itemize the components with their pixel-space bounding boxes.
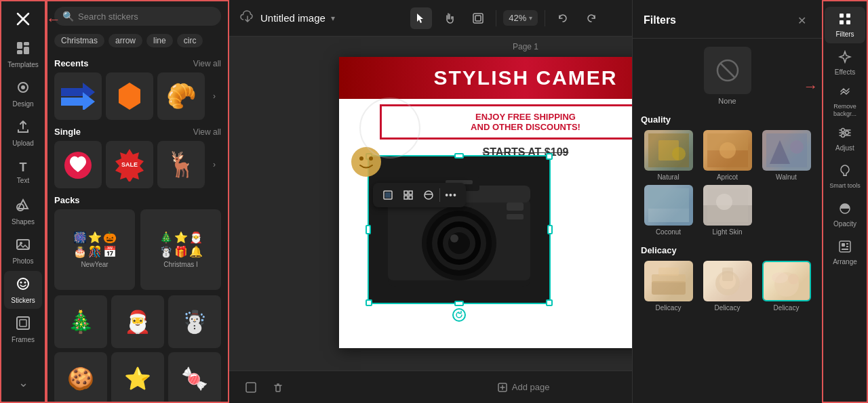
svg-rect-72 <box>648 209 689 222</box>
sidebar-item-upload[interactable]: Upload <box>4 114 42 152</box>
filter-delicacy3[interactable]: Delicacy <box>759 261 814 312</box>
more-options-btn[interactable]: ••• <box>441 186 460 205</box>
handle-br[interactable] <box>546 299 553 306</box>
filter-walnut[interactable]: Walnut <box>759 130 814 181</box>
cloud-save-icon <box>240 9 255 27</box>
right-opacity-btn[interactable]: Opacity <box>825 196 865 233</box>
rotate-handle[interactable] <box>452 308 466 322</box>
packs-header: Packs <box>54 195 221 205</box>
handle-tr[interactable] <box>546 153 553 160</box>
svg-point-12 <box>20 281 22 283</box>
sidebar-item-text[interactable]: T Text <box>4 153 42 191</box>
filters-scroll[interactable]: None Quality <box>633 39 822 403</box>
sticker-santa[interactable]: 🎅 <box>111 295 164 348</box>
svg-rect-49 <box>409 196 412 199</box>
packs-grid: 🎆⭐🎃 🎂🎊📅 NewYear 🎄⭐🎅 ☃️🎁🔔 Christmas I <box>54 209 221 290</box>
undo-btn[interactable] <box>552 7 574 29</box>
sticker-christmas-tree[interactable]: 🎄 <box>54 295 107 348</box>
add-page-btn[interactable]: Add page <box>490 378 557 397</box>
mask-btn[interactable] <box>419 186 438 205</box>
more-tools-btn[interactable]: ⌄ <box>4 364 42 402</box>
svg-rect-87 <box>846 20 850 24</box>
svg-rect-5 <box>17 50 22 54</box>
crop-btn[interactable] <box>378 186 397 205</box>
handle-bl[interactable] <box>366 299 372 306</box>
filter-none-label: None <box>718 97 736 105</box>
packs-title: Packs <box>54 195 80 205</box>
filter-delicacy1[interactable]: Delicacy <box>641 261 696 312</box>
filter-apricot[interactable]: Apricot <box>700 130 755 181</box>
sticker-snowman[interactable]: ☃️ <box>168 295 221 348</box>
sidebar-item-photos[interactable]: Photos <box>4 232 42 270</box>
handle-mr[interactable] <box>547 225 553 234</box>
grid-btn[interactable] <box>399 186 418 205</box>
tag-circle[interactable]: circ <box>177 34 203 47</box>
toolbar-divider <box>496 10 496 26</box>
handle-ml[interactable] <box>366 225 371 234</box>
svg-rect-4 <box>24 47 29 54</box>
right-sidebar: Filters Effects Remove backgr... <box>822 0 868 403</box>
svg-point-68 <box>719 142 736 158</box>
svg-rect-23 <box>475 16 481 21</box>
tag-christmas[interactable]: Christmas <box>54 34 104 47</box>
sidebar-item-design[interactable]: Design <box>4 75 42 112</box>
removebg-icon <box>838 85 852 102</box>
sticker-reindeer[interactable]: 🦌 <box>157 141 205 188</box>
tag-line[interactable]: line <box>146 34 173 47</box>
right-removebg-btn[interactable]: Remove backgr... <box>825 83 865 119</box>
single-scroll-right[interactable]: › <box>208 158 221 171</box>
handle-mt[interactable] <box>454 153 464 158</box>
recents-view-all[interactable]: View all <box>193 59 221 68</box>
sticker-candy[interactable]: 🍬 <box>168 352 221 402</box>
filter-none-btn[interactable]: None <box>704 47 751 105</box>
pack-newyear[interactable]: 🎆⭐🎃 🎂🎊📅 NewYear <box>54 209 135 290</box>
sidebar-item-shapes[interactable]: Shapes <box>4 192 42 230</box>
sidebar-item-stickers[interactable]: Stickers <box>4 271 42 309</box>
sticker-sale[interactable]: SALE <box>106 141 153 188</box>
frame-tool-btn[interactable] <box>467 7 489 29</box>
recents-title: Recents <box>54 58 89 68</box>
pack-christmas[interactable]: 🎄⭐🎅 ☃️🎁🔔 Christmas I <box>140 209 221 290</box>
search-input[interactable] <box>78 12 213 22</box>
svg-rect-97 <box>842 243 845 247</box>
svg-point-93 <box>842 134 845 137</box>
zoom-control[interactable]: 42% ▾ <box>503 10 538 26</box>
hand-tool-btn[interactable] <box>439 7 460 29</box>
single-view-all[interactable]: View all <box>193 127 221 137</box>
recents-scroll-right[interactable]: › <box>208 89 221 103</box>
sticker-heart[interactable] <box>54 141 102 188</box>
right-effects-btn[interactable]: Effects <box>825 45 865 81</box>
title-dropdown[interactable]: ▾ <box>331 14 335 23</box>
bottom-frame-btn[interactable] <box>240 377 262 398</box>
handle-mb[interactable] <box>454 301 464 306</box>
panel-scroll[interactable]: Recents View all <box>47 51 228 402</box>
filter-delicacy2[interactable]: Delicacy <box>700 261 755 312</box>
sticker-gingerbread[interactable]: 🍪 <box>54 352 107 402</box>
filter-coconut[interactable]: Coconut <box>641 185 696 236</box>
right-filters-btn[interactable]: Filters <box>825 7 865 43</box>
right-smarttools-btn[interactable]: Smart tools <box>825 158 865 195</box>
bottom-delete-btn[interactable] <box>267 377 289 398</box>
sidebar-item-frames[interactable]: Frames <box>4 310 42 348</box>
sticker-arrows[interactable] <box>54 72 102 120</box>
filter-natural[interactable]: Natural <box>641 130 696 181</box>
sticker-orange-shape[interactable] <box>106 72 153 120</box>
right-arrange-btn[interactable]: Arrange <box>825 234 865 271</box>
right-adjust-btn[interactable]: Adjust <box>825 121 865 157</box>
tag-arrow[interactable]: arrow <box>108 34 142 47</box>
selection-controls: ••• <box>373 183 466 207</box>
sticker-bell[interactable]: ⭐ <box>111 352 164 402</box>
sticker-croissant[interactable]: 🥐 <box>157 72 205 120</box>
selected-element[interactable] <box>368 155 551 304</box>
redo-btn[interactable] <box>580 7 602 29</box>
select-tool-btn[interactable] <box>410 7 432 29</box>
walnut-label: Walnut <box>776 173 797 181</box>
sidebar-item-templates[interactable]: Templates <box>4 35 42 73</box>
filter-lightskin[interactable]: Light Skin <box>700 185 755 236</box>
shipping-line1: ENJOY FREE SHIPPING <box>387 112 664 122</box>
svg-point-50 <box>425 191 433 199</box>
filters-close-btn[interactable]: ✕ <box>792 11 811 30</box>
app-logo[interactable] <box>11 7 35 31</box>
svg-rect-46 <box>404 191 408 194</box>
arrange-icon <box>838 240 852 257</box>
